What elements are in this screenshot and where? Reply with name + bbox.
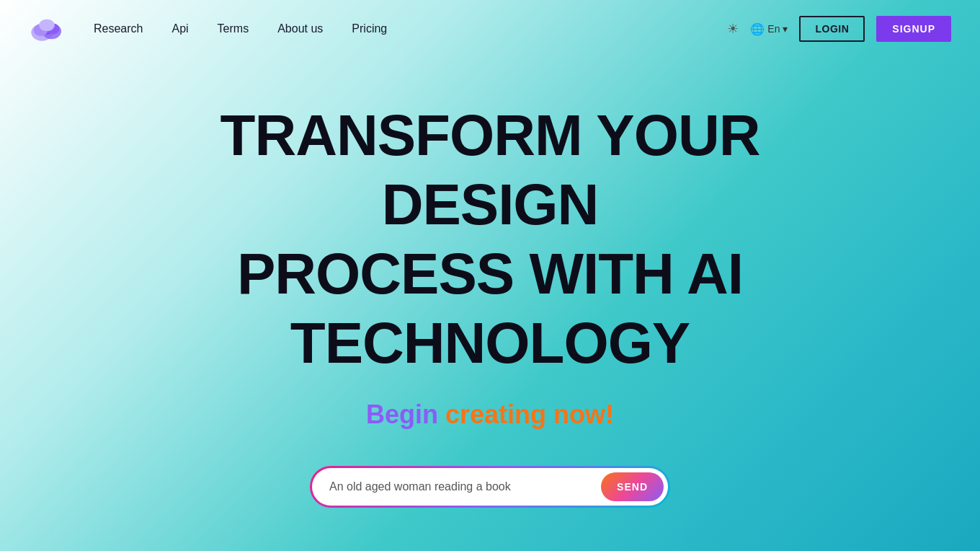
hero-title-line3: technology xyxy=(290,311,690,375)
signup-button[interactable]: SIGNUP xyxy=(876,16,951,42)
main-content: Transform your design process with AI te… xyxy=(0,58,980,508)
navbar-right: ☀ 🌐 En ▾ LOGIN SIGNUP xyxy=(727,16,951,42)
svg-point-5 xyxy=(39,19,55,32)
login-button[interactable]: LOGIN xyxy=(799,16,865,42)
nav-link-terms[interactable]: Terms xyxy=(218,22,249,35)
theme-toggle-icon[interactable]: ☀ xyxy=(727,21,739,37)
search-wrapper: SEND xyxy=(310,466,670,508)
subtitle-creating: creating now! xyxy=(438,400,614,429)
send-button[interactable]: SEND xyxy=(601,472,664,501)
hero-title-line2: process with AI xyxy=(237,242,743,306)
nav-link-aboutus[interactable]: About us xyxy=(277,22,323,35)
nav-link-research[interactable]: Research xyxy=(94,22,143,35)
nav-link-pricing[interactable]: Pricing xyxy=(352,22,387,35)
nav-item-aboutus[interactable]: About us xyxy=(277,22,323,35)
search-inner: SEND xyxy=(312,468,668,506)
search-input[interactable] xyxy=(329,480,601,493)
nav-item-api[interactable]: Api xyxy=(172,22,188,35)
search-container: SEND xyxy=(310,466,670,508)
chevron-down-icon: ▾ xyxy=(783,23,788,35)
nav-item-terms[interactable]: Terms xyxy=(218,22,249,35)
hero-title-line1: Transform your design xyxy=(220,103,760,237)
nav-item-pricing[interactable]: Pricing xyxy=(352,22,387,35)
navbar-left: Research Api Terms About us Pricing xyxy=(29,14,387,43)
language-selector[interactable]: 🌐 En ▾ xyxy=(750,22,788,36)
hero-title: Transform your design process with AI te… xyxy=(166,101,814,378)
navbar: Research Api Terms About us Pricing ☀ 🌐 … xyxy=(0,0,980,58)
nav-link-api[interactable]: Api xyxy=(172,22,188,35)
subtitle-begin: Begin xyxy=(366,400,438,429)
globe-icon: 🌐 xyxy=(750,22,765,36)
hero-subtitle: Begin creating now! xyxy=(366,400,614,430)
logo[interactable] xyxy=(29,14,65,43)
nav-item-research[interactable]: Research xyxy=(94,22,143,35)
nav-links: Research Api Terms About us Pricing xyxy=(94,22,387,35)
lang-label: En xyxy=(767,23,780,35)
